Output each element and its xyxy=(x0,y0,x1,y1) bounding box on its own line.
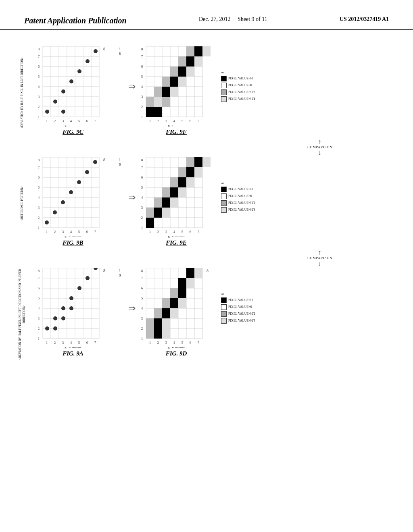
svg-point-125 xyxy=(45,220,49,224)
svg-rect-264 xyxy=(162,308,170,318)
svg-text:6: 6 xyxy=(190,230,192,234)
legend-label-h2-2: PIXEL VALUE=H/2 xyxy=(228,201,255,205)
svg-rect-179 xyxy=(194,167,202,177)
svg-text:7: 7 xyxy=(141,165,143,169)
svg-text:5: 5 xyxy=(38,185,40,189)
svg-text:3: 3 xyxy=(141,95,143,99)
svg-point-33 xyxy=(45,110,49,114)
legend-label-h2: PIXEL VALUE=H xyxy=(228,187,253,191)
svg-text:6: 6 xyxy=(141,286,143,290)
svg-rect-178 xyxy=(186,167,194,177)
y-axis-arrow-2: ↑ xyxy=(119,157,121,162)
svg-rect-81 xyxy=(162,77,170,87)
fig-9f-chart: 1 2 3 4 5 6 7 8 1 2 3 4 5 6 7 xyxy=(138,46,215,123)
svg-rect-168 xyxy=(154,197,162,208)
svg-text:4: 4 xyxy=(70,230,72,234)
svg-text:1: 1 xyxy=(38,115,40,119)
svg-text:6: 6 xyxy=(190,341,192,345)
svg-text:5: 5 xyxy=(78,119,80,123)
svg-text:3: 3 xyxy=(38,206,40,210)
legend-label-h4-3: PIXEL VALUE=H/4 xyxy=(228,319,255,322)
svg-rect-273 xyxy=(186,268,194,278)
svg-text:8: 8 xyxy=(38,269,40,273)
svg-rect-266 xyxy=(162,298,170,308)
legend-bottom: 8 PIXEL VALUE=H PIXEL VALUE=0 PIXEL VALU… xyxy=(221,268,255,349)
svg-text:4: 4 xyxy=(70,119,72,123)
svg-text:1: 1 xyxy=(38,226,40,230)
legend-medium-2 xyxy=(221,200,227,206)
svg-point-221 xyxy=(94,268,98,270)
svg-text:4: 4 xyxy=(141,306,143,310)
svg-text:6: 6 xyxy=(141,175,143,179)
svg-text:3: 3 xyxy=(62,119,64,123)
svg-text:1: 1 xyxy=(46,230,48,234)
legend-label-h2-1: PIXEL VALUE=H/2 xyxy=(228,90,255,94)
fig-9e-xlabel: x←-------- xyxy=(168,235,184,239)
svg-text:4: 4 xyxy=(38,306,40,310)
fig-9d-chart: 1 2 3 4 5 6 7 8 1 2 3 4 5 6 7 xyxy=(138,268,215,345)
svg-rect-75 xyxy=(146,97,154,107)
fig-9a-xlabel: x←-------- xyxy=(65,345,81,349)
svg-rect-173 xyxy=(178,187,186,197)
fig-9d-svg: 1 2 3 4 5 6 7 8 1 2 3 4 5 6 7 xyxy=(138,268,215,345)
svg-text:7: 7 xyxy=(38,54,40,58)
sheet-info: Sheet 9 of 11 xyxy=(238,16,267,22)
label-9a: <DEVIATION BY HALF PIXEL IN LEFT DIRECTI… xyxy=(18,268,26,361)
svg-point-129 xyxy=(77,180,81,184)
page: Patent Application Publication Dec. 27, … xyxy=(0,0,413,532)
fig-9d-label: FIG. 9D xyxy=(166,350,187,357)
svg-text:2: 2 xyxy=(157,230,159,234)
svg-rect-268 xyxy=(178,298,186,308)
svg-text:2: 2 xyxy=(38,216,40,220)
svg-rect-79 xyxy=(162,87,170,97)
svg-rect-260 xyxy=(146,318,154,328)
svg-rect-86 xyxy=(186,66,194,77)
y-axis-label-3: 8 xyxy=(119,273,121,277)
svg-rect-259 xyxy=(162,328,170,339)
arrow-right-3: ⇒ xyxy=(128,268,136,349)
svg-rect-87 xyxy=(178,56,186,66)
comparison-text-2: COMPARISON xyxy=(307,256,332,260)
fig-9e-chart: 1 2 3 4 5 6 7 8 1 2 3 4 5 6 7 xyxy=(138,157,215,234)
svg-text:1: 1 xyxy=(149,341,151,345)
svg-text:4: 4 xyxy=(173,341,175,345)
svg-rect-180 xyxy=(186,157,194,167)
svg-text:6: 6 xyxy=(86,230,88,234)
svg-text:4: 4 xyxy=(141,195,143,200)
svg-text:4: 4 xyxy=(70,341,72,345)
fig-9b-xlabel: x←-------- xyxy=(65,235,81,239)
svg-point-223 xyxy=(61,316,65,320)
svg-point-34 xyxy=(53,100,57,104)
svg-text:5: 5 xyxy=(141,185,143,189)
legend-light-1 xyxy=(221,96,227,102)
svg-rect-175 xyxy=(178,177,186,187)
arrow-right-1: ⇒ xyxy=(128,46,136,127)
fig-9d-xlabel: x←-------- xyxy=(168,345,184,349)
svg-rect-167 xyxy=(162,208,170,218)
fig-9b-chart: 1 2 3 4 5 6 7 8 1 2 3 4 5 6 7 xyxy=(35,157,111,234)
svg-text:6: 6 xyxy=(86,341,88,345)
svg-rect-169 xyxy=(162,197,170,208)
svg-text:5: 5 xyxy=(38,75,40,79)
svg-rect-267 xyxy=(170,298,178,308)
svg-rect-80 xyxy=(170,87,178,97)
svg-text:5: 5 xyxy=(78,341,80,345)
fig-9a-svg: 1 2 3 4 5 6 7 8 1 2 3 4 5 6 7 xyxy=(35,268,111,345)
svg-point-131 xyxy=(93,160,97,164)
legend-medium-3 xyxy=(221,311,227,317)
svg-text:7: 7 xyxy=(94,119,96,123)
legend-light-3 xyxy=(221,318,227,324)
legend-white-1 xyxy=(221,83,227,88)
svg-text:3: 3 xyxy=(165,230,167,234)
svg-point-39 xyxy=(94,49,98,53)
svg-text:8: 8 xyxy=(141,47,143,51)
svg-text:5: 5 xyxy=(38,296,40,300)
comparison-arrow-down-1: ↓ xyxy=(318,149,322,156)
svg-rect-165 xyxy=(146,208,154,218)
svg-rect-171 xyxy=(162,187,170,197)
svg-text:4: 4 xyxy=(173,119,175,123)
svg-rect-88 xyxy=(186,56,194,66)
legend-medium-1 xyxy=(221,89,227,95)
fig-9f-svg: 1 2 3 4 5 6 7 8 1 2 3 4 5 6 7 xyxy=(138,46,215,123)
svg-text:2: 2 xyxy=(157,341,159,345)
